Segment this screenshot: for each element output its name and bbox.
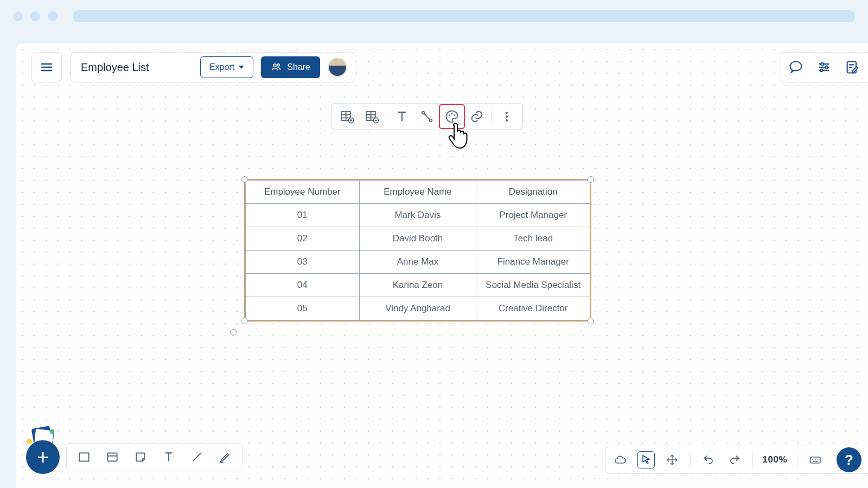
svg-point-15 bbox=[506, 112, 508, 114]
share-button[interactable]: Share bbox=[261, 56, 320, 78]
cell[interactable]: Anne Max bbox=[359, 251, 476, 274]
rectangle-tool-button[interactable] bbox=[72, 446, 96, 468]
column-header[interactable]: Designation bbox=[476, 181, 590, 204]
cell[interactable]: Tech lead bbox=[476, 227, 590, 251]
svg-point-4 bbox=[820, 69, 823, 72]
highlighter-tool-button[interactable] bbox=[213, 446, 237, 468]
add-shape-button[interactable]: + bbox=[26, 440, 60, 474]
table-row[interactable]: 05 Vindy Angharad Creative Director bbox=[246, 297, 590, 320]
question-mark-icon: ? bbox=[845, 452, 853, 468]
sticky-note-icon bbox=[133, 450, 148, 464]
table-context-toolbar bbox=[331, 103, 523, 130]
cell[interactable]: 05 bbox=[246, 297, 360, 320]
cell[interactable]: Finance Manager bbox=[476, 251, 590, 274]
cell[interactable]: Vindy Angharad bbox=[359, 297, 476, 320]
cloud-sync-button[interactable] bbox=[612, 452, 628, 468]
separator bbox=[797, 453, 797, 467]
resize-handle[interactable] bbox=[588, 318, 594, 324]
url-bar[interactable] bbox=[73, 10, 855, 22]
table-row[interactable]: 02 David Booth Tech lead bbox=[246, 227, 590, 251]
more-options-button[interactable] bbox=[494, 105, 519, 129]
svg-point-1 bbox=[277, 64, 279, 66]
cell[interactable]: Mark Davis bbox=[359, 204, 476, 227]
table-header-row: Employee Number Employee Name Designatio… bbox=[246, 181, 590, 204]
svg-point-16 bbox=[506, 115, 508, 118]
edit-button[interactable] bbox=[844, 59, 860, 75]
cell[interactable]: 04 bbox=[246, 274, 360, 297]
separator bbox=[752, 453, 753, 467]
text-icon bbox=[162, 450, 176, 464]
line-tool-button[interactable] bbox=[185, 446, 209, 468]
bottom-left-toolbar: + bbox=[26, 440, 243, 474]
table-row[interactable]: 04 Karina Zeon Social Media Specialist bbox=[246, 274, 590, 297]
svg-rect-24 bbox=[810, 457, 820, 463]
user-avatar[interactable] bbox=[328, 57, 347, 77]
cell[interactable]: Creative Director bbox=[476, 297, 590, 320]
resize-handle[interactable] bbox=[588, 176, 594, 183]
edit-note-icon bbox=[845, 60, 860, 75]
cell[interactable]: Karina Zeon bbox=[359, 274, 476, 297]
bottom-right-toolbar: 100% ? bbox=[605, 446, 868, 474]
cell[interactable]: 03 bbox=[246, 251, 360, 274]
text-tool-button[interactable] bbox=[157, 446, 181, 468]
text-tool-button[interactable] bbox=[390, 105, 414, 129]
zoom-level[interactable]: 100% bbox=[763, 454, 787, 465]
remove-row-column-button[interactable] bbox=[360, 105, 385, 129]
link-icon bbox=[469, 109, 484, 124]
plus-icon: + bbox=[37, 446, 49, 469]
keyboard-shortcuts-button[interactable] bbox=[807, 452, 824, 468]
move-icon bbox=[666, 453, 679, 466]
redo-icon bbox=[728, 453, 741, 466]
rotation-handle[interactable] bbox=[230, 329, 237, 336]
cell[interactable]: Social Media Specialist bbox=[476, 274, 590, 297]
table-row[interactable]: 03 Anne Max Finance Manager bbox=[246, 251, 590, 274]
canvas-area[interactable]: Employee List Export Share bbox=[16, 43, 868, 488]
add-row-column-button[interactable] bbox=[335, 105, 360, 129]
shape-tools-bar bbox=[66, 443, 243, 471]
help-button[interactable]: ? bbox=[837, 447, 861, 472]
pan-tool-button[interactable] bbox=[664, 452, 680, 468]
separator bbox=[492, 109, 492, 124]
line-tool-button[interactable] bbox=[414, 105, 439, 129]
traffic-light-dot bbox=[48, 11, 58, 21]
cell[interactable]: 01 bbox=[246, 204, 360, 227]
cell[interactable]: David Booth bbox=[359, 227, 476, 251]
column-header[interactable]: Employee Name bbox=[359, 181, 476, 204]
resize-handle[interactable] bbox=[241, 176, 248, 183]
resize-handle[interactable] bbox=[241, 318, 248, 324]
svg-point-17 bbox=[506, 119, 508, 121]
svg-point-12 bbox=[449, 114, 450, 116]
caret-down-icon bbox=[239, 66, 244, 69]
link-button[interactable] bbox=[464, 105, 489, 129]
cell[interactable]: Project Manager bbox=[476, 204, 590, 227]
table-row[interactable]: 01 Mark Davis Project Manager bbox=[246, 204, 590, 227]
svg-point-14 bbox=[454, 114, 455, 116]
cell[interactable]: 02 bbox=[246, 227, 360, 251]
kebab-icon bbox=[499, 109, 514, 124]
traffic-light-dot bbox=[13, 11, 23, 21]
svg-point-2 bbox=[821, 63, 824, 66]
style-palette-button[interactable] bbox=[439, 105, 464, 129]
svg-point-11 bbox=[430, 119, 432, 122]
cloud-icon bbox=[614, 453, 627, 466]
pointer-tool-button[interactable] bbox=[638, 452, 654, 468]
settings-button[interactable] bbox=[816, 59, 832, 75]
document-title[interactable]: Employee List bbox=[79, 61, 193, 74]
sticky-note-tool-button[interactable] bbox=[129, 446, 152, 468]
svg-point-0 bbox=[273, 64, 276, 67]
share-label: Share bbox=[287, 62, 310, 72]
undo-button[interactable] bbox=[700, 452, 717, 468]
menu-button[interactable] bbox=[31, 52, 62, 82]
top-left-toolbar: Employee List Export Share bbox=[31, 52, 355, 82]
people-icon bbox=[271, 62, 282, 73]
employee-table-shape[interactable]: Employee Number Employee Name Designatio… bbox=[244, 179, 591, 322]
chat-bubble-icon bbox=[788, 60, 803, 75]
card-tool-button[interactable] bbox=[100, 446, 124, 468]
redo-button[interactable] bbox=[726, 452, 743, 468]
export-button[interactable]: Export bbox=[200, 56, 253, 78]
comments-button[interactable] bbox=[788, 59, 804, 75]
employee-table[interactable]: Employee Number Employee Name Designatio… bbox=[245, 180, 590, 320]
column-header[interactable]: Employee Number bbox=[246, 181, 360, 204]
separator bbox=[690, 453, 691, 467]
keyboard-icon bbox=[809, 453, 822, 466]
